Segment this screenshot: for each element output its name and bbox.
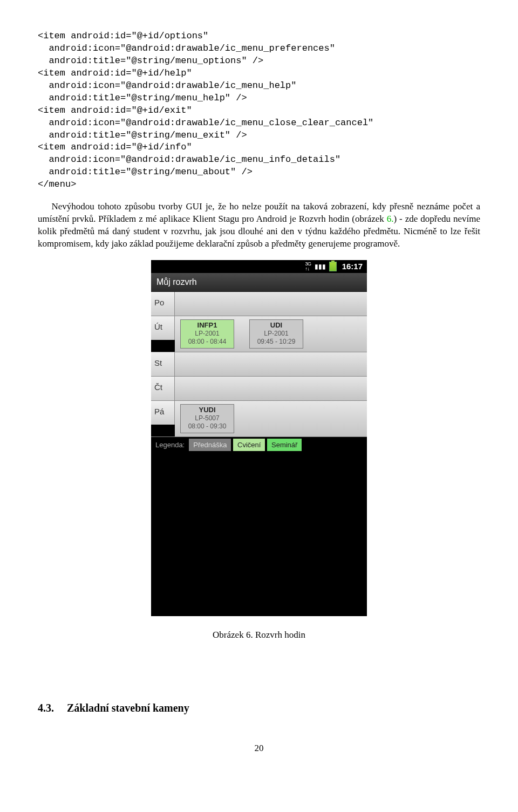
battery-icon [329,262,337,271]
course-name: YUDI [185,406,229,414]
phone-mock: 3G↑↓ ▮▮▮ 16:17 Můj rozvrh Po Út INFP1LP-… [151,260,367,616]
day-slots [175,292,367,316]
course-room: LP-2001 [185,330,229,338]
day-label: Pá [151,401,175,425]
day-slots [175,377,367,400]
phone-blank-area [151,460,367,616]
page-number: 20 [38,742,480,755]
legend-item: Cvičení [233,439,265,451]
status-time: 16:17 [342,261,363,272]
day-label: St [151,352,175,376]
figure-caption: Obrázek 6. Rozvrh hodin [38,629,480,642]
course-name: UDI [254,321,298,330]
section-number: 4.3. [38,701,54,715]
day-row-pa: Pá YUDILP-500708:00 - 09:30 [151,401,367,437]
app-title: Můj rozvrh [151,273,367,292]
figure-ref: 6. [387,214,394,224]
course-time: 08:00 - 09:30 [185,422,229,431]
network-3g-icon: 3G↑↓ [305,262,311,271]
legend-item: Seminář [267,439,302,451]
legend-item: Přednáška [189,439,231,451]
day-row-ut: Út INFP1LP-200108:00 - 08:44UDILP-200109… [151,316,367,352]
schedule-card[interactable]: YUDILP-500708:00 - 09:30 [180,404,234,433]
course-time: 09:45 - 10:29 [254,338,298,346]
section-title: Základní stavební kameny [67,701,189,715]
status-bar: 3G↑↓ ▮▮▮ 16:17 [151,260,367,273]
figure: 3G↑↓ ▮▮▮ 16:17 Můj rozvrh Po Út INFP1LP-… [38,260,480,642]
day-row-st: St [151,352,367,377]
course-time: 08:00 - 08:44 [185,338,229,346]
day-row-po: Po [151,292,367,316]
day-row-ct: Čt [151,377,367,401]
course-room: LP-2001 [254,330,298,338]
day-label: Út [151,316,175,340]
code-block: <item android:id="@+id/options" android:… [38,30,480,191]
schedule-card[interactable]: INFP1LP-200108:00 - 08:44 [180,319,234,349]
day-label: Čt [151,377,175,400]
paragraph: Nevýhodou tohoto způsobu tvorby GUI je, … [38,201,480,250]
section-heading: 4.3. Základní stavební kameny [38,668,480,715]
schedule-card[interactable]: UDILP-200109:45 - 10:29 [249,319,303,349]
day-slots: YUDILP-500708:00 - 09:30 [175,401,367,436]
day-slots [175,352,367,376]
course-room: LP-5007 [185,414,229,422]
day-slots: INFP1LP-200108:00 - 08:44UDILP-200109:45… [175,316,367,352]
signal-icon: ▮▮▮ [315,262,326,271]
legend-label: Legenda: [155,440,185,450]
day-label: Po [151,292,175,316]
legend: Legenda: Přednáška Cvičení Seminář [151,437,367,460]
course-name: INFP1 [185,321,229,330]
